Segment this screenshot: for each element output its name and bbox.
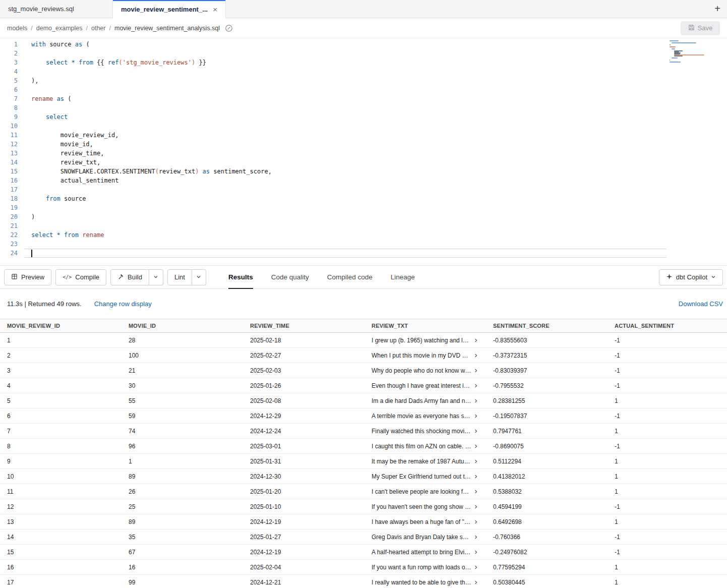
close-icon[interactable]: × <box>213 5 217 14</box>
lint-dropdown-button[interactable] <box>192 269 206 285</box>
expand-cell-icon[interactable] <box>473 565 478 570</box>
editor-minimap[interactable] <box>670 40 705 65</box>
cell-sentiment_score: 0.77595294 <box>486 564 608 571</box>
code-line: review_time, <box>24 149 727 158</box>
download-csv-link[interactable]: Download CSV <box>679 300 723 308</box>
cell-actual_sentiment: -1 <box>608 413 727 420</box>
cell-review_time: 2024-12-19 <box>243 518 365 525</box>
change-row-display-link[interactable]: Change row display <box>94 300 152 308</box>
cell-actual_sentiment: 1 <box>608 564 727 571</box>
cell-review_time: 2025-02-03 <box>243 367 365 374</box>
expand-cell-icon[interactable] <box>473 353 478 358</box>
build-button[interactable]: Build <box>110 269 149 285</box>
cell-movie_review_id: 8 <box>0 443 122 450</box>
table-row: 3212025-02-03Why do people who do not kn… <box>0 363 727 378</box>
cell-review_time: 2025-01-27 <box>243 534 365 541</box>
cell-actual_sentiment: -1 <box>608 549 727 556</box>
code-area[interactable]: with source as ( select * from {{ ref('s… <box>24 40 727 265</box>
expand-cell-icon[interactable] <box>473 550 478 555</box>
lint-button[interactable]: Lint <box>167 269 192 285</box>
line-number: 14 <box>0 158 24 167</box>
table-row: 912025-01-31It may be the remake of 1987… <box>0 454 727 469</box>
results-tab-code-quality[interactable]: Code quality <box>271 266 309 288</box>
format-file-icon[interactable] <box>225 24 233 32</box>
expand-cell-icon[interactable] <box>473 444 478 449</box>
review-text: I have always been a huge fan of "Hom… <box>372 518 471 525</box>
cell-sentiment_score: 0.4594199 <box>486 503 608 510</box>
cell-sentiment_score: 0.28381255 <box>486 397 608 404</box>
cell-review_time: 2024-12-19 <box>243 549 365 556</box>
expand-cell-icon[interactable] <box>473 474 478 479</box>
breadcrumb-item[interactable]: models <box>7 25 27 32</box>
expand-cell-icon[interactable] <box>473 535 478 540</box>
cell-movie_review_id: 17 <box>0 579 122 586</box>
expand-cell-icon[interactable] <box>473 519 478 524</box>
line-number: 9 <box>0 112 24 122</box>
cell-movie_id: 16 <box>122 564 243 571</box>
cell-movie_id: 89 <box>122 518 243 525</box>
cell-review_txt: When I put this movie in my DVD playe… <box>365 352 486 359</box>
editor-tab-bar: stg_movie_reviews.sql movie_review_senti… <box>0 0 727 18</box>
table-row: 6592024-12-29A terrible movie as everyon… <box>0 408 727 424</box>
cell-actual_sentiment: 1 <box>608 488 727 495</box>
cell-review_txt: Finally watched this shocking movie la… <box>365 428 486 435</box>
expand-cell-icon[interactable] <box>473 414 478 419</box>
code-editor[interactable]: 123456789101112131415161718192021222324 … <box>0 38 727 265</box>
tab-stg-movie-reviews[interactable]: stg_movie_reviews.sql <box>0 0 113 18</box>
cell-review_txt: I really wanted to be able to give this … <box>365 579 486 586</box>
cell-actual_sentiment: 1 <box>608 473 727 480</box>
table-row: 21002025-02-27When I put this movie in m… <box>0 348 727 363</box>
cell-movie_review_id: 16 <box>0 564 122 571</box>
cell-actual_sentiment: -1 <box>608 337 727 344</box>
review-text: When I put this movie in my DVD playe… <box>372 352 471 359</box>
cell-review_txt: I grew up (b. 1965) watching and lovin… <box>365 337 486 344</box>
sparkle-icon <box>666 273 673 281</box>
cell-movie_review_id: 13 <box>0 518 122 525</box>
results-tab-compiled-code[interactable]: Compiled code <box>327 266 373 288</box>
preview-button[interactable]: Preview <box>4 269 51 285</box>
results-tab-lineage[interactable]: Lineage <box>391 266 415 288</box>
expand-cell-icon[interactable] <box>473 429 478 434</box>
breadcrumb-item[interactable]: movie_review_sentiment_analysis.sql <box>114 25 220 32</box>
line-number: 4 <box>0 67 24 76</box>
breadcrumb-item[interactable]: other <box>91 25 106 32</box>
build-dropdown-button[interactable] <box>149 269 163 285</box>
save-button[interactable]: Save <box>681 21 720 35</box>
cell-movie_id: 99 <box>122 579 243 586</box>
expand-cell-icon[interactable] <box>473 383 478 388</box>
review-text: A terrible movie as everyone has said. … <box>372 413 471 420</box>
cell-movie_review_id: 7 <box>0 428 122 435</box>
dbt-copilot-button[interactable]: dbt Copilot <box>659 269 723 285</box>
expand-cell-icon[interactable] <box>473 459 478 464</box>
cell-movie_id: 25 <box>122 503 243 510</box>
results-tab-results[interactable]: Results <box>228 266 253 288</box>
preview-label: Preview <box>21 273 44 281</box>
line-number: 2 <box>0 49 24 58</box>
cell-movie_id: 28 <box>122 337 243 344</box>
cell-sentiment_score: -0.37372315 <box>486 352 608 359</box>
compile-button[interactable]: </> Compile <box>55 269 106 285</box>
results-table: MOVIE_REVIEW_IDMOVIE_IDREVIEW_TIMEREVIEW… <box>0 319 727 588</box>
table-row: 1282025-02-18I grew up (b. 1965) watchin… <box>0 333 727 348</box>
cell-review_time: 2024-12-30 <box>243 473 365 480</box>
expand-cell-icon[interactable] <box>473 580 478 585</box>
review-text: Even though I have great interest in Bi… <box>372 382 471 389</box>
copilot-label: dbt Copilot <box>676 273 707 281</box>
cell-movie_id: 21 <box>122 367 243 374</box>
cell-movie_review_id: 9 <box>0 458 122 465</box>
cell-review_time: 2025-02-04 <box>243 564 365 571</box>
code-line <box>24 67 727 76</box>
column-header-actual_sentiment: ACTUAL_SENTIMENT <box>608 319 727 332</box>
expand-cell-icon[interactable] <box>473 338 478 343</box>
expand-cell-icon[interactable] <box>473 398 478 403</box>
review-text: My Super Ex Girlfriend turned out to b… <box>372 473 471 480</box>
cell-movie_review_id: 5 <box>0 397 122 404</box>
expand-cell-icon[interactable] <box>473 489 478 494</box>
breadcrumb-item[interactable]: demo_examples <box>36 25 83 32</box>
new-tab-button[interactable]: + <box>708 0 727 18</box>
expand-cell-icon[interactable] <box>473 504 478 509</box>
tab-movie-review-sentiment[interactable]: movie_review_sentiment_... × <box>113 0 226 18</box>
cell-movie_review_id: 15 <box>0 549 122 556</box>
cell-review_txt: I have always been a huge fan of "Hom… <box>365 518 486 525</box>
expand-cell-icon[interactable] <box>473 368 478 373</box>
